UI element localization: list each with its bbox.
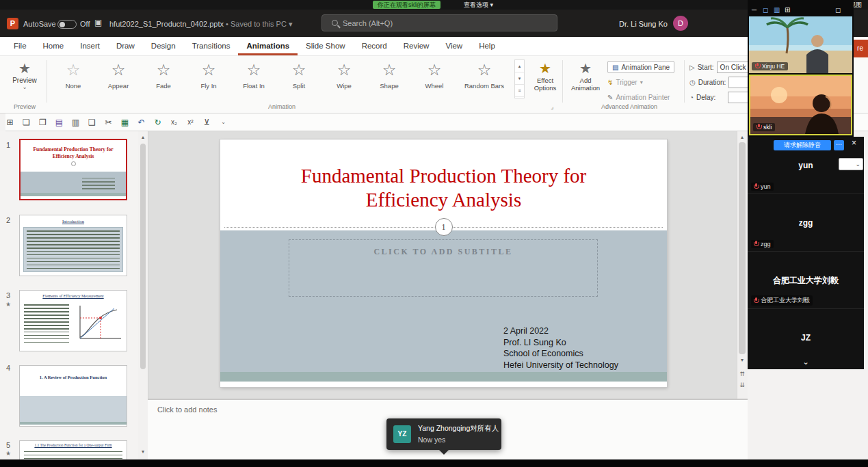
thumb-scroll-handle[interactable]: [140, 144, 146, 369]
close-icon[interactable]: ×: [852, 138, 856, 148]
animation-float-in[interactable]: ☆ Float In: [231, 59, 276, 97]
saved-status: • Saved to this PC: [226, 20, 287, 28]
slide-thumbnail-1[interactable]: Fundamental Production Theory for Effici…: [19, 139, 127, 200]
animation-wipe[interactable]: ☆ Wipe: [321, 59, 367, 97]
muted-mic-icon: [754, 241, 759, 248]
dialog-launcher-icon[interactable]: ⌟: [547, 103, 557, 110]
gallery-view-icon[interactable]: ▥: [774, 6, 780, 14]
powerpoint-logo: P: [7, 18, 18, 29]
more-options-button[interactable]: ⋯: [834, 140, 844, 150]
video-tile-xinju-he[interactable]: Xinju HE: [749, 16, 852, 73]
popout-icon[interactable]: ◻: [835, 6, 841, 14]
tab-design[interactable]: Design: [143, 37, 184, 55]
tab-record[interactable]: Record: [354, 37, 395, 55]
request-unmute-button[interactable]: 请求解除静音: [774, 140, 831, 150]
animation-none[interactable]: ☆ None: [51, 59, 96, 97]
qat-icon-cut[interactable]: ✂: [104, 118, 113, 127]
chevron-down-icon[interactable]: ⌄: [748, 358, 864, 366]
duration-label: Duration:: [698, 79, 726, 86]
credit-line: Prof. LI Sung Ko: [503, 337, 618, 349]
animation-indicator-star: ★: [5, 301, 11, 308]
save-icon[interactable]: ▣: [94, 18, 102, 27]
thumb-scroll-down[interactable]: ▾: [138, 447, 148, 457]
animation-pane-button[interactable]: ▤ Animation Pane: [607, 61, 674, 73]
participant-tile-zgg[interactable]: zgg zgg: [748, 194, 864, 252]
video-tile-skli[interactable]: skli: [749, 75, 852, 135]
animation-split[interactable]: ☆ Split: [276, 59, 321, 97]
qat-icon-open[interactable]: ❐: [38, 118, 47, 127]
tab-help[interactable]: Help: [471, 37, 503, 55]
tab-slide-show[interactable]: Slide Show: [298, 37, 354, 55]
tab-file[interactable]: File: [5, 37, 35, 55]
gallery-expand[interactable]: ≡: [515, 85, 524, 97]
animation-fly-in[interactable]: ☆ Fly In: [186, 59, 231, 97]
star-icon: ☆: [412, 59, 457, 81]
qat-icon-new[interactable]: ❏: [22, 118, 31, 127]
view-options-menu[interactable]: 查看选项 ▾: [464, 0, 493, 10]
user-name[interactable]: Dr. Li Sung Ko: [619, 19, 668, 29]
qat-icon-paste[interactable]: ▦: [120, 118, 129, 127]
tab-draw[interactable]: Draw: [108, 37, 143, 55]
preview-button[interactable]: ★ Preview ⌄: [8, 60, 41, 90]
autosave-state: Off: [80, 19, 90, 29]
tab-home[interactable]: Home: [35, 37, 73, 55]
gallery-scroll-up[interactable]: ▴: [515, 60, 524, 72]
animation-pane-icon: ▤: [612, 64, 618, 71]
animation-appear[interactable]: ☆ Appear: [96, 59, 141, 97]
avatar[interactable]: D: [673, 16, 688, 31]
qat-icon-subscript[interactable]: x₂: [170, 118, 179, 126]
qat-icon-superscript[interactable]: x²: [186, 118, 195, 126]
participant-name: Xinju HE: [762, 63, 785, 70]
qat-icon-table[interactable]: ⊞: [5, 118, 14, 127]
editor-scroll-handle[interactable]: [739, 142, 746, 354]
slide-thumbnail-4[interactable]: 1. A Review of Production Function: [19, 365, 127, 427]
animation-wheel[interactable]: ☆ Wheel: [412, 59, 457, 97]
gallery-scroll-down[interactable]: ▾: [515, 72, 524, 85]
tab-transitions[interactable]: Transitions: [184, 37, 239, 55]
document-title[interactable]: hfut2022_S1_Productn_0402.pptx • Saved t…: [109, 19, 292, 29]
animation-painter-button[interactable]: ✎ Animation Painter: [607, 91, 670, 103]
animation-shape[interactable]: ☆ Shape: [367, 59, 412, 97]
chat-notification-toast[interactable]: YZ Yang Zhongqing对所有人 Now yes: [386, 418, 501, 450]
slide-title-textbox[interactable]: Fundamental Production Theory for Effici…: [241, 164, 646, 212]
participant-tile-hfut-liuyi[interactable]: 合肥工业大学刘毅 合肥工业大学刘毅: [748, 252, 864, 309]
animation-fade[interactable]: ☆ Fade: [141, 59, 186, 97]
animation-random-bars[interactable]: ☆ Random Bars: [457, 59, 512, 97]
editor-scroll-down[interactable]: ▾: [737, 356, 747, 365]
next-slide-button[interactable]: ⇊: [737, 380, 747, 390]
trigger-button[interactable]: ↯ Trigger ▾: [607, 76, 643, 88]
previous-slide-button[interactable]: ⇈: [737, 369, 747, 379]
tab-animations[interactable]: Animations: [238, 37, 298, 55]
qat-icon-copy[interactable]: ❑: [88, 118, 96, 127]
partial-dropdown[interactable]: ⌄: [839, 158, 863, 170]
effect-options-button[interactable]: ★ Effect Options: [529, 60, 561, 92]
slide-thumbnail-3[interactable]: Elements of Efficiency Measurement: [19, 290, 127, 351]
add-animation-star-icon: ★: [566, 60, 605, 77]
zoom-video-strip: ─ ◻ ▥ ⊞ ◻ Xinju HE: [748, 0, 854, 137]
tab-review[interactable]: Review: [395, 37, 438, 55]
animation-order-badge[interactable]: 1: [435, 218, 453, 236]
grid-view-icon[interactable]: ⊞: [785, 6, 790, 14]
qat-icon-strikethrough[interactable]: ⊻: [202, 118, 211, 127]
credit-line: Hefei University of Technology: [503, 360, 618, 371]
add-animation-button[interactable]: ★ Add Animation: [566, 60, 605, 92]
qat-icon-redo[interactable]: ↻: [153, 118, 162, 127]
autosave-toggle[interactable]: [57, 20, 77, 29]
qat-icon-print[interactable]: ▥: [71, 118, 80, 127]
credits-textbox[interactable]: 2 April 2022 Prof. LI Sung Ko School of …: [503, 325, 618, 371]
search-input[interactable]: Search (Alt+Q): [321, 14, 557, 31]
tab-view[interactable]: View: [437, 37, 471, 55]
group-label-animation: Animation: [51, 103, 513, 110]
share-button[interactable]: re: [852, 40, 868, 57]
subtitle-placeholder[interactable]: CLICK TO ADD SUBTITLE: [289, 239, 598, 297]
minimize-icon[interactable]: ─: [752, 6, 757, 14]
editor-scroll-up[interactable]: ▴: [737, 133, 747, 142]
thumb-scroll-up[interactable]: ▴: [138, 133, 148, 142]
slide-canvas[interactable]: Fundamental Production Theory for Effici…: [220, 139, 667, 387]
slide-thumbnail-2[interactable]: Introduction: [19, 215, 127, 276]
tab-insert[interactable]: Insert: [72, 37, 108, 55]
qat-caret-icon[interactable]: ⌄: [219, 119, 228, 125]
speaker-view-icon[interactable]: ◻: [763, 6, 768, 14]
qat-icon-undo[interactable]: ↶: [137, 118, 146, 127]
qat-icon-save[interactable]: ▤: [55, 118, 64, 127]
